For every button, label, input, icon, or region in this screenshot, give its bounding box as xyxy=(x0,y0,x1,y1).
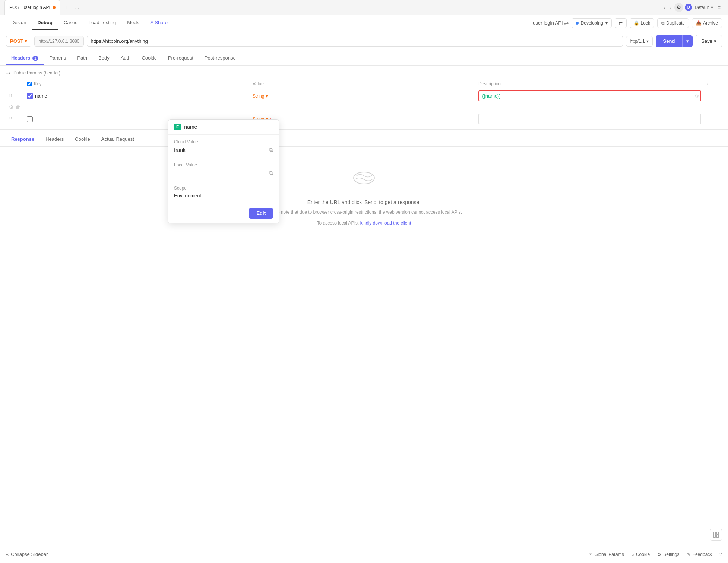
help-icon: ? xyxy=(719,552,722,557)
copy-local-value-button[interactable]: ⧉ xyxy=(269,170,273,176)
protocol-selector[interactable]: http/1.1 ▾ xyxy=(626,36,653,47)
value-column-header: Value xyxy=(253,81,475,86)
tab-actual-request[interactable]: Actual Request xyxy=(96,133,139,146)
copy-cloud-value-button[interactable]: ⧉ xyxy=(269,147,273,153)
main-content: ⇢ Public Params (header) Key Value Descr… xyxy=(0,66,728,126)
send-dropdown-button[interactable]: ▾ xyxy=(682,35,693,47)
row1-value-input[interactable] xyxy=(478,90,701,101)
tab-nav: ‹ › xyxy=(662,4,673,11)
response-tabs: Response Headers Cookie Actual Request xyxy=(0,133,728,147)
download-client-link[interactable]: kindly download the client xyxy=(360,220,411,226)
archive-icon: 📥 xyxy=(696,20,702,26)
sync-button[interactable]: ⇌ xyxy=(564,19,569,26)
sync-icon-button[interactable]: ⇄ xyxy=(615,18,627,28)
scope-label: Scope xyxy=(174,185,273,191)
duplicate-button[interactable]: ⧉ Duplicate xyxy=(657,18,689,28)
help-button[interactable]: ? xyxy=(719,552,722,557)
row1-type[interactable]: String ▾ xyxy=(253,93,268,99)
bottom-actions: ⊡ Global Params ○ Cookie ⚙ Settings ✎ Fe… xyxy=(589,552,722,557)
new-tab-button[interactable]: + xyxy=(62,3,71,12)
svg-rect-3 xyxy=(716,535,719,537)
table-row: ⠿ name String ▾ ⚙ ⚙ 🗑 xyxy=(6,89,722,112)
active-tab[interactable]: POST user login API xyxy=(4,0,60,15)
variable-name: name xyxy=(184,124,197,130)
lock-button[interactable]: 🔒 Lock xyxy=(630,18,654,28)
row2-checkbox[interactable] xyxy=(27,116,33,122)
cloud-value-row: frank ⧉ xyxy=(174,147,273,153)
duplicate-icon: ⧉ xyxy=(661,20,665,26)
local-value-row: ⧉ xyxy=(174,170,273,176)
empty-state-title: Enter the URL and click 'Send' to get a … xyxy=(307,199,421,205)
select-all-checkbox[interactable] xyxy=(27,82,32,86)
archive-button[interactable]: 📥 Archive xyxy=(692,18,722,28)
developing-label: Developing xyxy=(581,20,603,26)
local-value-section: Local Value ⧉ xyxy=(168,158,279,181)
api-name: user login API xyxy=(533,20,563,26)
hamburger-menu-button[interactable]: ≡ xyxy=(715,3,724,12)
url-input[interactable] xyxy=(87,36,623,47)
settings-icon: ⚙ xyxy=(657,552,661,557)
global-params-button[interactable]: ⊡ Global Params xyxy=(589,552,624,557)
cloud-value-section: Cloud Value frank ⧉ xyxy=(168,135,279,158)
tab-body[interactable]: Body xyxy=(93,51,115,65)
tab-cookie[interactable]: Cookie xyxy=(136,51,162,65)
collapse-icon: « xyxy=(6,551,9,557)
user-name: Default xyxy=(694,5,709,10)
tab-params[interactable]: Params xyxy=(44,51,72,65)
collapse-sidebar-button[interactable]: « Collapse Sidebar xyxy=(6,551,48,557)
popup-footer: Edit xyxy=(168,203,279,223)
svg-rect-1 xyxy=(713,532,716,537)
row2-value-input[interactable] xyxy=(478,114,701,124)
nav-back-button[interactable]: ‹ xyxy=(662,4,667,11)
status-indicator xyxy=(576,22,579,25)
cloud-value: frank xyxy=(174,147,186,153)
tab-mock[interactable]: Mock xyxy=(122,16,144,30)
tab-prerequest[interactable]: Pre-request xyxy=(163,51,199,65)
tab-cases[interactable]: Cases xyxy=(58,16,83,30)
bottom-bar: « Collapse Sidebar ⊡ Global Params ○ Coo… xyxy=(0,545,728,563)
tab-response[interactable]: Response xyxy=(6,133,39,146)
user-avatar: D xyxy=(685,4,692,11)
developing-status-button[interactable]: Developing ▾ xyxy=(572,18,612,28)
params-tabs: Headers 1 Params Path Body Auth Cookie P… xyxy=(0,51,728,66)
tab-debug[interactable]: Debug xyxy=(32,16,57,30)
tab-headers[interactable]: Headers 1 xyxy=(6,51,44,65)
send-button-group: Send ▾ xyxy=(656,35,693,47)
user-profile[interactable]: D Default ▾ xyxy=(685,4,713,11)
tab-path[interactable]: Path xyxy=(72,51,92,65)
edit-button[interactable]: Edit xyxy=(249,208,273,219)
method-selector[interactable]: POST ▾ xyxy=(6,36,31,47)
row1-delete-button[interactable]: 🗑 xyxy=(15,104,20,110)
tab-load-testing[interactable]: Load Testing xyxy=(83,16,121,30)
row1-checkbox[interactable] xyxy=(27,93,33,99)
cookie-icon: ○ xyxy=(632,552,634,557)
tab-design[interactable]: Design xyxy=(6,16,31,30)
empty-state-desc2: To access local APIs, kindly download th… xyxy=(317,220,411,227)
scope-section: Scope Environment xyxy=(168,181,279,203)
tab-share[interactable]: ↗ Share xyxy=(145,16,173,30)
tab-more-button[interactable]: ... xyxy=(72,3,82,12)
scope-value: Environment xyxy=(174,193,273,198)
top-navigation: Design Debug Cases Load Testing Mock ↗ S… xyxy=(0,15,728,31)
tab-response-cookie[interactable]: Cookie xyxy=(70,133,95,146)
send-button[interactable]: Send xyxy=(656,35,683,47)
nav-actions: ⇌ Developing ▾ ⇄ 🔒 Lock ⧉ Duplicate 📥 Ar… xyxy=(564,18,722,28)
layout-toggle-button[interactable] xyxy=(710,529,722,541)
svg-rect-2 xyxy=(716,532,719,534)
drag-handle[interactable]: ⠿ xyxy=(9,117,24,122)
feedback-button[interactable]: ✎ Feedback xyxy=(687,552,712,557)
tab-auth[interactable]: Auth xyxy=(115,51,136,65)
tab-postresponse[interactable]: Post-response xyxy=(199,51,241,65)
save-button[interactable]: Save ▾ xyxy=(696,35,722,47)
row1-settings-icon[interactable]: ⚙ xyxy=(695,93,699,99)
table-header: Key Value Description ··· xyxy=(6,79,722,89)
proxy-url-display: http://127.0.0.1:8080 xyxy=(34,36,83,47)
cookie-button[interactable]: ○ Cookie xyxy=(632,552,650,557)
row1-settings-button[interactable]: ⚙ xyxy=(9,104,14,110)
tab-response-headers[interactable]: Headers xyxy=(40,133,69,146)
nav-forward-button[interactable]: › xyxy=(668,4,673,11)
settings-icon[interactable]: ⚙ xyxy=(674,3,683,12)
settings-button[interactable]: ⚙ Settings xyxy=(657,552,679,557)
lock-icon: 🔒 xyxy=(634,20,639,26)
drag-handle[interactable]: ⠿ xyxy=(9,93,24,99)
